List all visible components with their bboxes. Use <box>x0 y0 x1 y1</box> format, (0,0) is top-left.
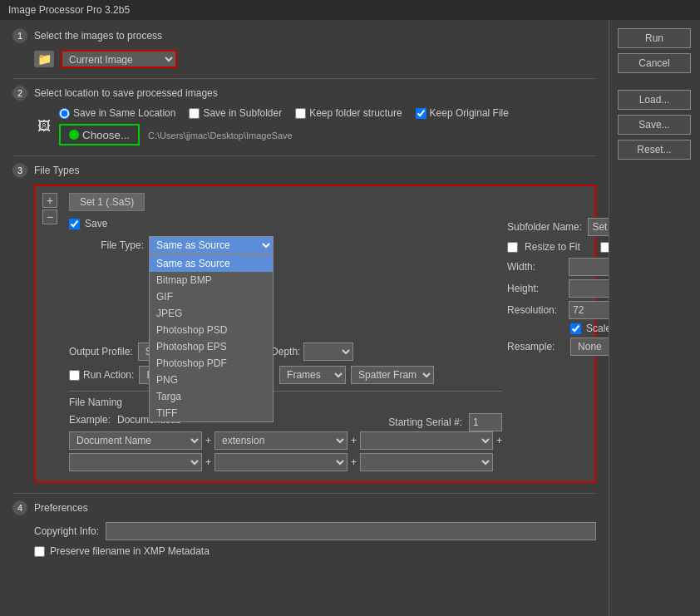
section-3: 3 File Types + − Set 1 (.SaS) <box>12 163 596 483</box>
keep-folder-label: Keep folder structure <box>309 107 402 119</box>
naming-section: File Naming Example: Document.sas Star <box>69 391 502 471</box>
title-bar: Image Processor Pro 3.2b5 <box>0 0 700 20</box>
preserve-checkbox[interactable] <box>34 546 45 557</box>
run-button[interactable]: Run <box>618 28 691 48</box>
scale-styles-checkbox[interactable] <box>570 323 581 334</box>
output-row: Output Profile: Same as Source Bit Depth… <box>69 342 502 361</box>
save-options-row: 🖼 Save in Same Location Save in Subfolde… <box>34 107 596 145</box>
keep-folder-checkbox[interactable] <box>295 108 306 119</box>
resolution-label: Resolution: <box>507 304 565 316</box>
resize-label: Resize to Fit <box>525 241 580 253</box>
scale-styles-label: Scale Styles <box>586 323 609 334</box>
load-button[interactable]: Load... <box>618 90 691 110</box>
keep-original-checkbox[interactable] <box>416 108 426 119</box>
bit-depth-select[interactable] <box>303 342 353 361</box>
preserve-row: Preserve filename in XMP Metadata <box>34 545 596 557</box>
section-3-header: 3 File Types <box>12 163 596 178</box>
window-title: Image Processor Pro 3.2b5 <box>8 4 130 16</box>
section-2-title: Select location to save processed images <box>34 87 218 99</box>
filetype-row: File Type: Same as Source Bitmap BMP GIF… <box>69 236 502 254</box>
remove-set-button[interactable]: − <box>42 209 57 224</box>
set-panel: Set 1 (.SaS) Save File Type: <box>69 193 609 475</box>
naming-select-6[interactable] <box>360 453 493 471</box>
resize-checkbox[interactable] <box>507 242 518 253</box>
tab-set1[interactable]: Set 1 (.SaS) <box>69 193 145 211</box>
set-left: Save File Type: Same as Source Bitmap BM… <box>69 218 502 475</box>
naming-select-4[interactable] <box>69 453 202 471</box>
subfolder-name-input[interactable] <box>588 218 609 236</box>
naming-select-1[interactable]: Document Name <box>69 431 202 450</box>
save-checkbox[interactable] <box>69 219 80 229</box>
copyright-input[interactable] <box>106 522 596 540</box>
resample-row: Resample: None <box>507 338 609 356</box>
dropdown-item-png[interactable]: PNG <box>150 372 273 388</box>
dropdown-item-bmp[interactable]: Bitmap BMP <box>150 272 273 288</box>
naming-row-2: + + <box>69 453 502 471</box>
reset-button[interactable]: Reset... <box>618 140 691 160</box>
dont-enlarge-checkbox[interactable] <box>600 242 609 253</box>
naming-title: File Naming <box>69 397 502 408</box>
subfolder-name-row: Subfolder Name: <box>507 218 609 236</box>
starting-serial-label: Starting Serial #: <box>388 416 462 428</box>
height-row: Height: Pixels <box>507 279 609 298</box>
section-4-title: Preferences <box>34 502 88 514</box>
set-inner: Save File Type: Same as Source Bitmap BM… <box>69 218 609 475</box>
resample-select[interactable]: None <box>570 338 609 356</box>
filetype-select[interactable]: Same as Source Bitmap BMP GIF JPEG Photo… <box>149 236 274 254</box>
section-4-header: 4 Preferences <box>12 500 596 515</box>
resolution-input[interactable] <box>569 301 609 319</box>
spatter-select[interactable]: Spatter Frame <box>351 366 434 384</box>
width-row: Width: Pixels <box>507 258 609 276</box>
radio-group: Save in Same Location Save in Subfolder … <box>59 107 509 119</box>
dropdown-item-jpeg[interactable]: JPEG <box>150 305 273 322</box>
plus-icon-1: + <box>205 435 211 446</box>
serial-input[interactable] <box>469 413 502 431</box>
run-action-checkbox[interactable] <box>69 370 80 381</box>
subfolder-name-label: Subfolder Name: <box>507 221 582 233</box>
section-2-header: 2 Select location to save processed imag… <box>12 86 596 101</box>
image-source-wrapper: Current Image Use Open Images Folder Bri… <box>61 50 177 68</box>
dropdown-item-targa[interactable]: Targa <box>150 388 273 405</box>
add-set-button[interactable]: + <box>42 193 57 208</box>
save-same-location-radio[interactable] <box>59 108 70 119</box>
dropdown-item-same[interactable]: Same as Source <box>150 255 273 272</box>
dropdown-item-gif[interactable]: GIF <box>150 288 273 305</box>
naming-select-5[interactable] <box>214 453 348 471</box>
keep-folder-option: Keep folder structure <box>295 107 402 119</box>
save-location-icon: 🖼 <box>34 116 54 136</box>
run-action-label: Run Action: <box>83 369 134 381</box>
section-3-content: + − Set 1 (.SaS) Save <box>12 185 596 483</box>
save-subfolder-label: Save in Subfolder <box>203 107 282 119</box>
keep-original-option: Keep Original File <box>416 107 509 119</box>
action-select[interactable]: Frames <box>279 366 346 384</box>
folder-icon: 📁 <box>34 51 54 67</box>
naming-select-3[interactable] <box>360 431 493 450</box>
choose-button[interactable]: Choose... <box>59 124 140 145</box>
naming-example-row: Example: Document.sas Starting Serial #: <box>69 413 502 431</box>
save-check-row: Save <box>69 218 502 229</box>
dropdown-item-pdf[interactable]: Photoshop PDF <box>150 355 273 372</box>
green-dot-icon <box>69 130 79 140</box>
width-input[interactable] <box>569 258 609 276</box>
section-2-number: 2 <box>12 86 27 101</box>
height-input[interactable] <box>569 279 609 298</box>
section-1-content: 📁 Current Image Use Open Images Folder B… <box>12 50 596 68</box>
plus-icon-5: + <box>351 456 357 468</box>
plus-icon-4: + <box>205 456 211 468</box>
save-same-location-option: Save in Same Location <box>59 107 175 119</box>
section-1-header: 1 Select the images to process <box>12 28 596 43</box>
dropdown-item-eps[interactable]: Photoshop EPS <box>150 338 273 355</box>
naming-select-2[interactable]: extension <box>214 431 348 450</box>
save-button[interactable]: Save... <box>618 115 691 135</box>
image-source-select[interactable]: Current Image Use Open Images Folder Bri… <box>61 50 177 68</box>
resolution-row: Resolution: pixels/inch <box>507 301 609 319</box>
dropdown-item-tiff[interactable]: TIFF <box>150 405 273 421</box>
height-label: Height: <box>507 283 565 294</box>
set-right: Subfolder Name: Resize to Fit Don't Enla… <box>507 218 609 475</box>
save-subfolder-checkbox[interactable] <box>189 108 200 119</box>
save-same-location-label: Save in Same Location <box>73 107 175 119</box>
right-panel: Run Cancel Load... Save... Reset... <box>609 20 700 616</box>
dropdown-item-psd[interactable]: Photoshop PSD <box>150 322 273 338</box>
section-2-content: 🖼 Save in Same Location Save in Subfolde… <box>12 107 596 145</box>
cancel-button[interactable]: Cancel <box>618 53 691 73</box>
